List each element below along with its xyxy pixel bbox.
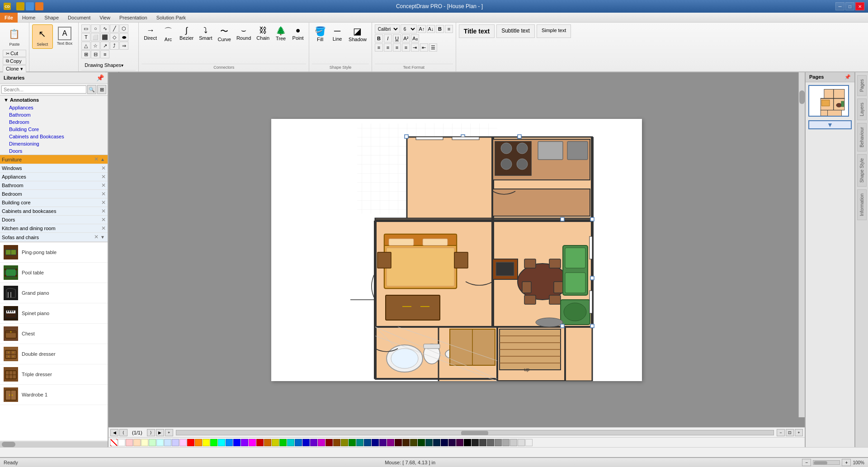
font-bold-button[interactable]: B [436, 25, 444, 33]
vscroll-thumb[interactable] [799, 90, 805, 104]
shape-a8[interactable]: ⤴ [110, 42, 119, 50]
color-swatch[interactable] [372, 439, 379, 446]
furniture-close[interactable]: ✕ [94, 156, 99, 163]
active-lib-bedroom[interactable]: Bedroom ✕ [0, 190, 108, 198]
list-item[interactable]: Pool table [0, 263, 108, 283]
bedroom-close[interactable]: ✕ [101, 191, 106, 197]
connector-arc[interactable]: ⌒ Arc [160, 24, 176, 43]
search-options-button[interactable]: ⊞ [97, 85, 106, 94]
connector-round[interactable]: ⌣ Round [234, 24, 253, 43]
color-swatch[interactable] [302, 439, 310, 446]
list-item[interactable]: Ping-pong table [0, 242, 108, 263]
color-swatch[interactable] [495, 439, 502, 446]
more-format-button[interactable]: ≡ [445, 25, 453, 33]
color-swatch[interactable] [464, 439, 471, 446]
canvas-vertical-scrollbar[interactable] [798, 72, 805, 417]
color-swatch[interactable] [310, 439, 317, 446]
font-select[interactable]: Calibri [375, 24, 400, 33]
select-button[interactable]: ↖ Select [32, 24, 53, 49]
italic-button[interactable]: I [384, 34, 392, 42]
active-lib-furniture[interactable]: Furniture ✕ ▲ [0, 155, 108, 164]
align-center-button[interactable]: ≡ [384, 43, 392, 52]
pages-pin[interactable]: 📌 [844, 74, 851, 80]
color-swatch[interactable] [249, 439, 256, 446]
shape-text[interactable]: T [81, 33, 90, 41]
tab-pages[interactable]: Pages [857, 75, 867, 96]
shape-a3[interactable]: ◇ [110, 33, 119, 41]
list-button[interactable]: ☰ [429, 43, 437, 52]
doors-close[interactable]: ✕ [101, 217, 106, 223]
shape-curve[interactable]: ∿ [100, 24, 109, 33]
zoom-in-button[interactable]: + [795, 429, 803, 436]
tree-cabinets[interactable]: Cabinets and Bookcases [0, 133, 108, 140]
color-swatch[interactable] [264, 439, 271, 446]
zoom-slider[interactable] [813, 460, 840, 465]
connector-tree[interactable]: 🌲 Tree [273, 24, 289, 43]
list-item[interactable]: Wardrobe 1 [0, 385, 108, 405]
color-swatch[interactable] [379, 439, 387, 446]
color-swatch[interactable] [518, 439, 525, 446]
connector-smart[interactable]: ⤵ Smart [197, 24, 214, 43]
connector-bezier[interactable]: ∫ Bezier [177, 24, 196, 43]
color-swatch[interactable] [525, 439, 533, 446]
title-text-button[interactable]: Title text [459, 24, 495, 38]
minimize-button[interactable]: ─ [835, 2, 844, 10]
kitchen-close[interactable]: ✕ [101, 225, 106, 231]
maximize-button[interactable]: □ [845, 2, 854, 10]
simple-text-button[interactable]: Simple text [537, 24, 571, 38]
zoom-out-status[interactable]: − [802, 459, 811, 466]
paste-button[interactable]: 📋 Paste [4, 24, 25, 49]
nav-prev-page[interactable]: ◀ [110, 429, 118, 436]
color-swatch[interactable] [126, 439, 133, 446]
tree-bathroom[interactable]: Bathroom [0, 111, 108, 118]
quick-access-1[interactable] [16, 2, 24, 10]
color-swatch[interactable] [172, 439, 179, 446]
color-swatch[interactable] [272, 439, 279, 446]
shape-a9[interactable]: ⇒ [119, 42, 128, 50]
active-lib-windows[interactable]: Windows ✕ [0, 164, 108, 173]
superscript-button[interactable]: A² [402, 34, 410, 42]
tree-dimensioning[interactable]: Dimensioning [0, 140, 108, 147]
fill-button[interactable]: 🪣 Fill [312, 24, 328, 43]
color-swatch[interactable] [356, 439, 363, 446]
canvas-hscrollbar[interactable] [176, 430, 774, 435]
nav-add-page[interactable]: + [165, 429, 173, 436]
color-swatch[interactable] [279, 439, 287, 446]
align-left-button[interactable]: ≡ [375, 43, 383, 52]
canvas[interactable]: up [271, 119, 642, 381]
annotations-header[interactable]: ▼ Annotations [0, 96, 108, 104]
shape-a2[interactable]: ⬛ [100, 33, 109, 41]
cabinets-close[interactable]: ✕ [101, 208, 106, 214]
indent-button[interactable]: ⇥ [411, 43, 419, 52]
color-swatch[interactable] [326, 439, 333, 446]
building-core-close[interactable]: ✕ [101, 199, 106, 206]
font-shrink-button[interactable]: A↓ [427, 25, 435, 33]
color-swatch[interactable] [433, 439, 440, 446]
color-swatch[interactable] [410, 439, 417, 446]
menu-view[interactable]: View [95, 13, 115, 23]
color-swatch[interactable] [141, 439, 148, 446]
color-swatch[interactable] [187, 439, 194, 446]
list-item[interactable]: Grand piano [0, 283, 108, 303]
color-swatch[interactable] [487, 439, 494, 446]
color-swatch[interactable] [448, 439, 456, 446]
tab-shape-style[interactable]: Shape Style [857, 154, 867, 187]
shape-rect[interactable]: ▭ [81, 24, 90, 33]
menu-presentation[interactable]: Presentation [115, 13, 152, 23]
tree-building-core[interactable]: Building Core [0, 126, 108, 133]
color-swatch[interactable] [156, 439, 164, 446]
menu-document[interactable]: Document [63, 13, 95, 23]
shape-a7[interactable]: ↗ [100, 42, 109, 50]
shadow-button[interactable]: ◪ Shadow [346, 24, 369, 43]
windows-close[interactable]: ✕ [101, 165, 106, 171]
shape-a12[interactable]: ≡ [100, 50, 109, 58]
zoom-in-status[interactable]: + [842, 459, 851, 466]
color-swatch[interactable] [256, 439, 264, 446]
page-thumb-dropdown[interactable]: ▼ [808, 120, 852, 129]
font-grow-button[interactable]: A↑ [418, 25, 426, 33]
active-lib-kitchen[interactable]: Kitchen and dining room ✕ [0, 224, 108, 233]
list-item[interactable]: Chest [0, 324, 108, 344]
shape-poly[interactable]: ⬡ [119, 24, 128, 33]
color-swatch[interactable] [349, 439, 356, 446]
active-lib-doors[interactable]: Doors ✕ [0, 216, 108, 224]
